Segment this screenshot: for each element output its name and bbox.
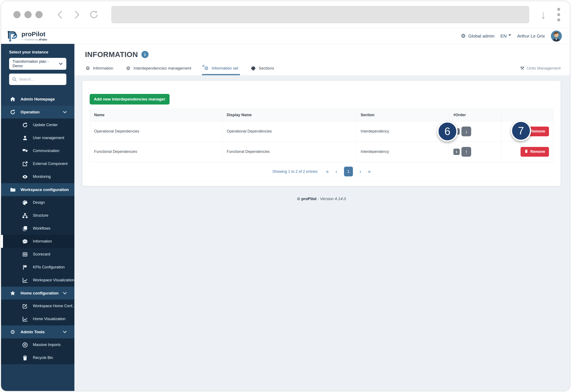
browser-menu-icon[interactable] bbox=[557, 8, 560, 21]
chevron-down-icon bbox=[62, 291, 67, 296]
sidebar-item-kpis-configuration[interactable]: KPIs Configuration bbox=[1, 261, 74, 274]
role-label[interactable]: Global admin bbox=[468, 33, 495, 39]
remove-button[interactable]: Remove bbox=[521, 147, 549, 157]
column-header-name: Name bbox=[90, 109, 222, 121]
sidebar-item-workflows[interactable]: Workflows bbox=[1, 222, 74, 235]
window-dot-icon[interactable] bbox=[13, 11, 21, 18]
sidebar-item-workspace-visualization[interactable]: Workspace Visualization bbox=[1, 274, 74, 287]
window-dot-icon[interactable] bbox=[24, 11, 32, 18]
info-icon[interactable]: i bbox=[141, 51, 149, 58]
pagination-first-button[interactable]: « bbox=[326, 169, 329, 174]
tab-bar: ⚙Information⚙Interdependencies managemen… bbox=[85, 66, 570, 75]
chart-icon bbox=[22, 316, 28, 322]
url-bar[interactable] bbox=[111, 6, 529, 23]
cell-name: Functional Dependencies bbox=[90, 142, 222, 162]
brand-logo[interactable]: proPilot — Powered by dFakto bbox=[7, 30, 47, 42]
comment-icon bbox=[22, 238, 28, 245]
language-selector[interactable]: EN bbox=[500, 33, 511, 39]
information-set-card: Add new interdependencies manager NameDi… bbox=[83, 81, 561, 186]
sidebar-item-workspace-configuration[interactable]: Workspace configuration bbox=[1, 183, 74, 196]
search-input[interactable] bbox=[19, 77, 63, 82]
screenshot-canvas: ↓ proPilot — Powered by dFakto bbox=[0, 0, 571, 392]
pagination-last-button[interactable]: » bbox=[368, 169, 371, 174]
table-row: Operational DependenciesOperational Depe… bbox=[90, 121, 553, 142]
sidebar-item-massive-imports[interactable]: Massive Imports bbox=[1, 338, 74, 351]
avatar[interactable] bbox=[551, 30, 562, 42]
palette-icon bbox=[22, 200, 28, 206]
user-name[interactable]: Arthur Le Grix bbox=[517, 33, 545, 39]
sidebar-item-communication[interactable]: Communication bbox=[1, 144, 74, 157]
sidebar-item-operation[interactable]: Operation bbox=[1, 106, 74, 118]
pagination-prev-button[interactable]: ‹ bbox=[336, 169, 337, 174]
table-header-row: NameDisplay NameSection#Order bbox=[90, 109, 553, 121]
gear-icon: ⚙ bbox=[10, 329, 16, 335]
sidebar-item-scorecard[interactable]: Scorecard bbox=[1, 248, 74, 261]
callout-badge-6: 6 bbox=[437, 121, 457, 142]
tab-information[interactable]: ⚙Information bbox=[85, 66, 113, 75]
interdependencies-table: NameDisplay NameSection#Order Operationa… bbox=[90, 109, 553, 162]
sitemap-icon bbox=[22, 212, 28, 219]
page-title: INFORMATION bbox=[85, 50, 138, 59]
sidebar-item-monitoring[interactable]: Monitoring bbox=[1, 170, 74, 183]
pagination-page-1-button[interactable]: 1 bbox=[344, 167, 353, 176]
sidebar-item-information[interactable]: Information bbox=[1, 235, 74, 248]
table-row: Functional DependenciesFunctional Depend… bbox=[90, 142, 553, 162]
sidebar-item-design[interactable]: Design bbox=[1, 196, 74, 209]
external-icon bbox=[22, 161, 28, 167]
download-icon bbox=[22, 342, 28, 348]
trash-icon bbox=[22, 355, 28, 361]
instance-select-value: Transformation plan - Demo bbox=[13, 59, 58, 68]
sidebar-item-workspace-home-conf[interactable]: Workspace Home Conf... bbox=[1, 300, 74, 313]
trash-icon bbox=[524, 149, 528, 154]
sidebar-item-recycle-bin[interactable]: Recycle Bin bbox=[1, 351, 74, 364]
tab-sections[interactable]: Sections bbox=[251, 66, 274, 75]
cell-order: 1↑ bbox=[449, 142, 501, 162]
refresh-icon[interactable] bbox=[89, 10, 99, 19]
units-management-button[interactable]: ⚒ Units Management bbox=[520, 66, 561, 71]
chevron-down-icon bbox=[62, 330, 67, 334]
chat-icon bbox=[22, 148, 28, 154]
main-content: INFORMATION i ⚙Information⚙Interdependen… bbox=[74, 44, 570, 391]
sidebar-item-user-management[interactable]: User management bbox=[1, 131, 74, 144]
window-controls bbox=[13, 11, 43, 18]
add-interdependencies-manager-button[interactable]: Add new interdependencies manager bbox=[90, 94, 170, 104]
folder-icon bbox=[10, 187, 16, 193]
cell-name: Operational Dependencies bbox=[90, 121, 222, 142]
instance-select[interactable]: Transformation plan - Demo bbox=[9, 58, 66, 70]
sidebar-item-home-configuration[interactable]: Home configuration bbox=[1, 287, 74, 300]
flag-icon bbox=[22, 264, 28, 271]
user-icon bbox=[22, 135, 28, 141]
chevron-down-icon bbox=[62, 110, 67, 115]
sidebar-item-external-component[interactable]: External Component bbox=[1, 157, 74, 170]
brand-name: proPilot bbox=[21, 31, 47, 37]
back-icon[interactable] bbox=[55, 10, 65, 19]
puzzle-icon bbox=[251, 66, 256, 71]
move-down-button[interactable]: ↓ bbox=[461, 127, 471, 136]
sidebar-item-structure[interactable]: Structure bbox=[1, 209, 74, 222]
sidebar-menu: Admin HomepageOperationUpdate CenterUser… bbox=[1, 93, 74, 364]
window-dot-icon[interactable] bbox=[35, 11, 43, 18]
pagination-next-button[interactable]: › bbox=[360, 169, 361, 174]
brand-powered-by: — Powered by dFakto bbox=[21, 38, 47, 41]
app-header: proPilot — Powered by dFakto ⚙ Global ad… bbox=[1, 28, 570, 44]
cell-display-name: Operational Dependencies bbox=[222, 121, 356, 142]
download-icon[interactable]: ↓ bbox=[540, 9, 546, 21]
browser-chrome: ↓ bbox=[1, 1, 570, 28]
search-icon bbox=[12, 77, 17, 82]
tab-interdependencies-management[interactable]: ⚙Interdependencies management bbox=[126, 66, 191, 75]
gear-icon: ⚙ bbox=[85, 66, 90, 71]
pagination-summary: Showing 1 to 2 of 2 entries bbox=[272, 169, 317, 174]
move-up-button[interactable]: ↑ bbox=[461, 147, 471, 157]
sidebar-item-update-center[interactable]: Update Center bbox=[1, 118, 74, 131]
pagination: Showing 1 to 2 of 2 entries « ‹ 1 › » bbox=[90, 162, 553, 181]
refresh-icon bbox=[22, 122, 28, 128]
sidebar-item-admin-tools[interactable]: ⚙Admin Tools bbox=[1, 325, 74, 338]
tab-information-set[interactable]: ⚙⚙Information set bbox=[204, 66, 238, 75]
sidebar-item-home-visualization[interactable]: Home Visualization bbox=[1, 313, 74, 325]
propilot-logo-icon bbox=[7, 30, 19, 42]
forward-icon[interactable] bbox=[72, 10, 82, 19]
sidebar-item-admin-homepage[interactable]: Admin Homepage bbox=[1, 93, 74, 106]
tools-icon: ⚒ bbox=[520, 66, 524, 71]
footer-brand: © proPilot bbox=[297, 197, 316, 201]
footer-version: Version 4.14.0 bbox=[320, 197, 346, 201]
